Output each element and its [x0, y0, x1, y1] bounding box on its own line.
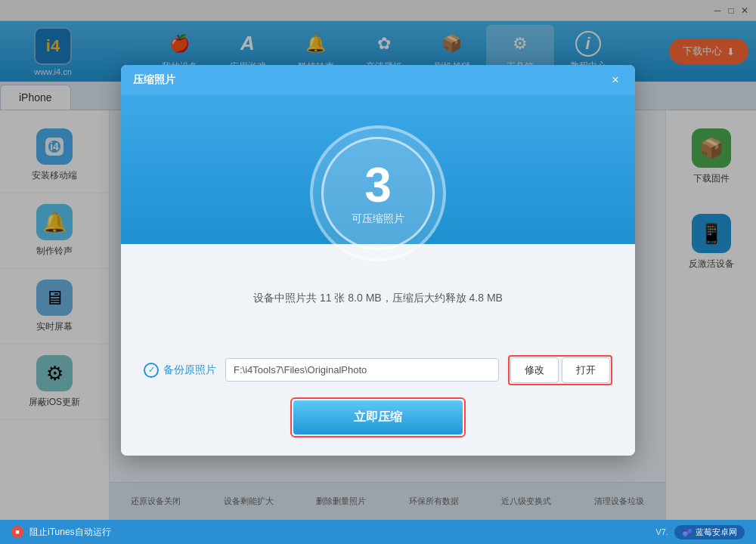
path-row: ✓ 备份原照片 修改 打开	[144, 355, 612, 385]
modal-close-button[interactable]: ×	[608, 73, 623, 88]
circle-number: 3	[364, 161, 392, 209]
modal-overlay: 压缩照片 × 3 可压缩照片 设备中照片共 11 张 8.0 MB，压缩后大约释…	[0, 0, 756, 520]
bottom-left: ■ 阻止iTunes自动运行	[11, 526, 111, 539]
bottom-bar: ■ 阻止iTunes自动运行 V7. 🫐 蓝莓安卓网	[0, 520, 756, 544]
circle-label: 可压缩照片	[352, 212, 404, 226]
stop-text: 阻止iTunes自动运行	[29, 526, 111, 539]
circle-outer: 3 可压缩照片	[310, 125, 446, 261]
path-label: 备份原照片	[163, 363, 216, 377]
circle-inner: 3 可压缩照片	[321, 137, 435, 250]
path-check: ✓ 备份原照片	[144, 363, 216, 378]
modal-header: 压缩照片 ×	[121, 65, 635, 95]
brand-text: 蓝莓安卓网	[696, 527, 737, 538]
modal-dialog: 压缩照片 × 3 可压缩照片 设备中照片共 11 张 8.0 MB，压缩后大约释…	[121, 65, 635, 456]
modal-body: 3 可压缩照片 设备中照片共 11 张 8.0 MB，压缩后大约释放 4.8 M…	[121, 95, 635, 343]
modal-title: 压缩照片	[133, 73, 175, 87]
blueberry-badge: 🫐 蓝莓安卓网	[674, 525, 745, 539]
brand-icon: 🫐	[682, 527, 692, 537]
stop-icon: ■	[11, 526, 23, 538]
open-button[interactable]: 打开	[562, 357, 610, 383]
modal-footer: ✓ 备份原照片 修改 打开 立即压缩	[121, 343, 635, 456]
modify-button[interactable]: 修改	[510, 357, 559, 383]
modify-open-buttons-wrapper: 修改 打开	[508, 355, 612, 385]
check-circle-icon: ✓	[144, 363, 159, 378]
info-text: 设备中照片共 11 张 8.0 MB，压缩后大约释放 4.8 MB	[151, 284, 605, 305]
action-row: 立即压缩	[144, 397, 612, 437]
bottom-right: V7. 🫐 蓝莓安卓网	[655, 525, 745, 539]
circle-container: 3 可压缩照片	[151, 125, 605, 261]
path-input[interactable]	[225, 358, 499, 382]
compress-button[interactable]: 立即压缩	[293, 400, 463, 434]
version-text: V7.	[655, 527, 668, 536]
compress-button-wrapper: 立即压缩	[290, 397, 466, 437]
